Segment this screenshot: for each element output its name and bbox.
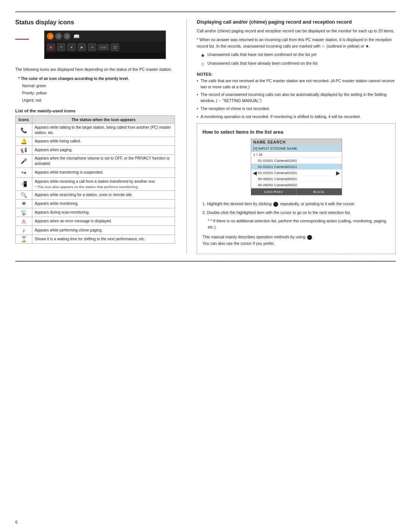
section1-body: Call and/or (chime) paging record and re… [197,28,396,34]
bottom-border [15,261,396,262]
table-icon-5: 📲 [16,177,32,190]
table-header-icon: Icons [16,115,32,123]
star-item-outline-text: Unanswered calls that have already been … [207,61,318,68]
table-desc-0: Appears while talking to the target stat… [32,123,175,137]
table-icon-10: ♪ [16,226,32,235]
ctrl-btn-1: ⊗ [47,43,55,51]
outline-star-icon: ☆ [201,61,205,68]
table-icon-4: ↪ [16,168,32,177]
step-2: 2. Double-click the highlighted item wit… [202,209,390,216]
footer-circle-icon [307,235,312,240]
name-search-widget: NAME SEARCH [≡] INPUT ST/ZONE NAME 1 / 1… [251,139,342,195]
how-to-title: How to select items in the list area [202,129,390,135]
table-desc-1: Appears while being called. [32,137,175,145]
ns-back-button[interactable]: BACK [296,189,342,195]
ctrl-btn-3: ● [67,43,76,51]
table-icon-7: 👁 [16,200,32,208]
left-title: Status display icons [15,19,175,26]
table-icon-3: 🎤 [16,154,32,168]
star-item-filled-text: Unanswered calls that have not been conf… [207,52,317,59]
notes-list: The calls that are not received at the P… [197,78,396,120]
ns-count: 1 / 18 [251,152,342,158]
table-icon-11: ⌛ [16,235,32,244]
color-note: * The color of an icon changes according… [15,76,175,81]
notes-box: NOTES: The calls that are not received a… [197,72,396,120]
star-item-filled: ★ Unanswered calls that have not been co… [197,52,396,59]
click-circle-icon [273,202,278,207]
note-4: A monitoring operation is not recorded. … [197,114,396,120]
page-number: 6 [15,520,18,524]
icon-1: ① [47,33,54,40]
table-desc-8: Appears during scan-monitoring. [32,208,175,217]
star-section: * When no answer was returned to an inco… [197,37,396,68]
section1-title: Displaying call and/or (chime) paging re… [197,19,396,25]
section1-note: * When no answer was returned to an inco… [197,37,396,49]
notes-title: NOTES: [197,72,396,77]
top-border [15,11,396,12]
book-icon: 📖 [73,34,80,39]
table-icon-8: 📡 [16,208,32,217]
note-2: The record of unanswered incoming calls … [197,92,396,104]
ctrl-btn-2: ↺ [57,43,65,51]
ns-list-item-4[interactable]: 06-06002 Camera06002 [251,182,342,188]
note-1: The calls that are not received at the P… [197,78,396,90]
table-desc-9: Appears when an error message is display… [32,217,175,226]
table-desc-4: Appears while transferring is suspended. [32,168,175,177]
table-icon-1: 🔔 [16,137,32,145]
table-desc-2: Appears when paging. [32,145,175,154]
ctrl-btn-5: ⇥ [88,43,96,51]
counter-display: 0/20 [98,44,109,50]
table-desc-7: Appears while monitoring. [32,200,175,208]
step-1: 1. Highlight the desired item by clickin… [202,201,390,207]
monitor-toolbar: ① ② ③ 📖 [45,31,166,42]
ctrl-btn-4: ▶ [78,43,86,51]
table-desc-6: Appears while searching for a station, z… [32,191,175,200]
ns-list-item-0[interactable]: 01-01001 Camera01001 [251,158,342,164]
star-item-outline: ☆ Unanswered calls that have already bee… [197,61,396,68]
ns-list-item-3[interactable]: 06-06001 Camera06001 [251,176,342,182]
note-3: The reception of chime is not recorded. [197,106,396,112]
how-to-box: How to select items in the list area NAM… [197,123,396,254]
ns-nav-left-icon[interactable]: ◀ [253,170,257,176]
table-icon-6: 🔍 [16,191,32,200]
table-icon-2: 📢 [16,145,32,154]
red-arrow-line [15,39,29,40]
ns-list-item-1[interactable]: 01-01011 Camera01011 [251,164,342,170]
ns-nav-right-icon[interactable]: ▶ [336,170,340,176]
monitor-description: The following icons are displayed here d… [15,67,175,73]
ns-list: ◀ ▶ 01-01001 Camera0100101-01011 Camera0… [251,158,342,188]
icon-2: ② [55,33,62,40]
table-desc-10: Appears while performing chime paging. [32,226,175,235]
color-normal: Normal: green [15,83,175,89]
right-column: Displaying call and/or (chime) paging re… [186,19,396,254]
ns-buttons: ADD/RMV BACK [251,188,342,195]
table-header-status: The status when the icon appears [32,115,175,123]
color-urgent: Urgent: red [15,97,175,103]
monitor-image: ① ② ③ 📖 ⊗ ↺ ● ▶ ⇥ 0/20 [44,30,166,59]
monitor-image-wrap: ① ② ③ 📖 ⊗ ↺ ● ▶ ⇥ 0/20 [15,30,175,63]
monitor-controls: ⊗ ↺ ● ▶ ⇥ 0/20 ⊡ [45,42,166,53]
filled-star-icon: ★ [201,52,205,59]
color-priority: Priority: yellow [15,90,175,96]
left-column: Status display icons ① ② ③ 📖 [15,19,175,254]
ns-input-row: [≡] INPUT ST/ZONE NAME [251,145,342,152]
table-icon-0: 📞 [16,123,32,137]
icon-3: ③ [64,33,70,40]
table-icon-9: ⚠ [16,217,32,226]
ctrl-btn-6: ⊡ [111,43,119,51]
table-desc-11: Shows it is a waiting time for shifting … [32,235,175,244]
icon-table: Icons The status when the icon appears 📞… [15,115,175,244]
table-section-title: List of the mainly-used icons [15,109,175,113]
ns-add-rmv-button[interactable]: ADD/RMV [251,189,297,195]
step-note: * * If there is no additional selection … [202,218,390,230]
table-desc-5: Appears while receiving a call from a st… [32,177,175,190]
how-steps: 1. Highlight the desired item by clickin… [202,201,390,230]
ns-list-item-2[interactable]: 01-01021 Camera01021 [251,170,342,176]
footer-note: This manual mainly describes operation m… [202,234,390,246]
ns-header: NAME SEARCH [251,139,342,145]
table-desc-3: Appears when the microphone volume is se… [32,154,175,168]
